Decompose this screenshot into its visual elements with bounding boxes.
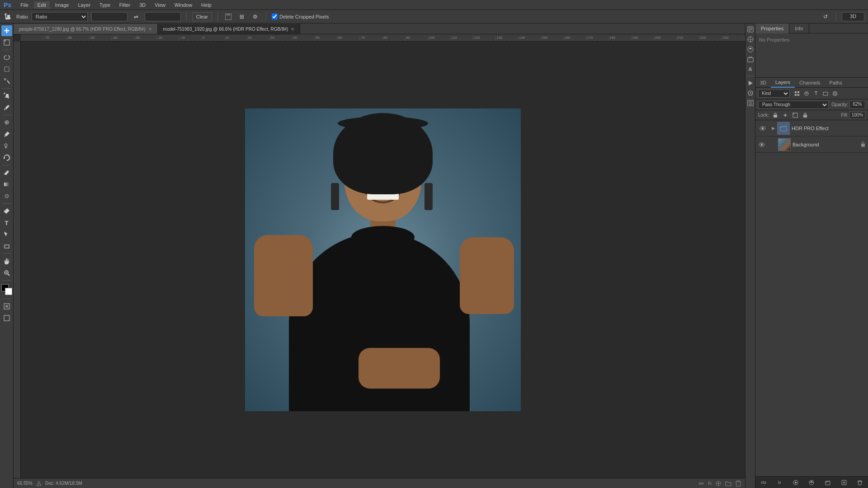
- magic-wand-btn[interactable]: [1, 75, 12, 86]
- info-tab[interactable]: Info: [789, 23, 809, 33]
- right-color-icon[interactable]: [746, 35, 755, 43]
- screen-mode-btn[interactable]: [1, 313, 12, 324]
- eraser-btn[interactable]: [1, 167, 12, 178]
- right-properties-icon[interactable]: [746, 25, 755, 33]
- svg-rect-244: [795, 94, 797, 96]
- svg-text:50: 50: [316, 36, 320, 40]
- no-properties-text: No Properties: [759, 37, 789, 42]
- layer-new-btn[interactable]: [840, 478, 849, 487]
- opacity-value[interactable]: 62%: [849, 101, 865, 109]
- lock-all-icon[interactable]: [802, 112, 809, 119]
- rotate-180-icon[interactable]: ↺: [821, 12, 830, 22]
- menu-type[interactable]: Type: [96, 1, 114, 9]
- layers-filter-row: Kind Name Effect Mode Attribute Color Sm…: [755, 88, 868, 99]
- quick-mask-btn[interactable]: [1, 301, 12, 312]
- right-libraries-icon[interactable]: [746, 55, 755, 63]
- color-swatches[interactable]: [1, 284, 12, 295]
- menu-window[interactable]: Window: [171, 1, 196, 9]
- menu-view[interactable]: View: [151, 1, 169, 9]
- ratio-width-input[interactable]: [91, 12, 127, 21]
- pen-btn[interactable]: [1, 206, 12, 216]
- menu-filter[interactable]: Filter: [116, 1, 134, 9]
- blend-mode-select[interactable]: Pass Through Normal Dissolve Darken Mult…: [758, 101, 829, 109]
- layer-item-background[interactable]: Background: [755, 136, 868, 153]
- lasso-tool-btn[interactable]: [1, 52, 12, 63]
- layers-tab[interactable]: Layers: [771, 78, 795, 88]
- fill-value[interactable]: 100%: [849, 112, 865, 119]
- tab-1[interactable]: model-751983_1920.jpg @ 66.6% (HDR PRO E…: [158, 24, 301, 34]
- filter-pixel-icon[interactable]: [793, 89, 801, 98]
- properties-tab[interactable]: Properties: [755, 23, 789, 33]
- history-brush-btn[interactable]: [1, 152, 12, 163]
- layer-visibility-hdr[interactable]: [759, 125, 766, 132]
- background-color[interactable]: [5, 288, 12, 295]
- filter-adjustment-icon[interactable]: [802, 89, 811, 98]
- path-selection-btn[interactable]: [1, 229, 12, 240]
- right-history-icon[interactable]: [746, 89, 755, 97]
- layer-link-btn[interactable]: [759, 478, 768, 487]
- crop-tool-btn[interactable]: [1, 90, 12, 101]
- layer-mask-btn[interactable]: [791, 478, 800, 487]
- paths-tab[interactable]: Paths: [825, 78, 847, 88]
- left-toolbar: T: [0, 23, 14, 488]
- menu-edit[interactable]: Edit: [34, 1, 50, 9]
- svg-text:80: 80: [383, 36, 387, 40]
- 3d-tab[interactable]: 3D: [755, 78, 771, 88]
- ratio-select[interactable]: Ratio Original Ratio 1:1 (Square) 4:5 (8…: [32, 12, 88, 21]
- tab-0-close[interactable]: ✕: [148, 27, 152, 32]
- status-folder-icon: [725, 480, 731, 487]
- view-options-icon[interactable]: [223, 12, 233, 22]
- layer-delete-btn[interactable]: [855, 478, 864, 487]
- svg-text:180: 180: [609, 36, 616, 40]
- crop-tool-icon: [4, 12, 13, 21]
- ratio-height-input[interactable]: [145, 12, 181, 21]
- layer-adjustment-btn[interactable]: [807, 478, 816, 487]
- lock-pixels-icon[interactable]: [772, 112, 779, 119]
- lock-position-icon[interactable]: [782, 112, 789, 119]
- zoom-btn[interactable]: [1, 267, 12, 278]
- menu-image[interactable]: Image: [52, 1, 73, 9]
- gradient-btn[interactable]: [1, 179, 12, 190]
- artboard-tool-btn[interactable]: [1, 37, 12, 48]
- layer-visibility-bg[interactable]: [758, 141, 765, 148]
- right-actions-icon[interactable]: [746, 99, 755, 107]
- hand-btn[interactable]: [1, 256, 12, 267]
- right-adjustments-icon[interactable]: [746, 45, 755, 53]
- menu-3d[interactable]: 3D: [136, 1, 149, 9]
- layer-fx-btn[interactable]: fx: [775, 478, 784, 487]
- channels-tab[interactable]: Channels: [795, 78, 825, 88]
- swap-dimensions-btn[interactable]: ⇌: [131, 12, 141, 22]
- toolbar-separator-8: [2, 299, 11, 299]
- menu-help[interactable]: Help: [198, 1, 215, 9]
- move-tool-btn[interactable]: [1, 25, 12, 36]
- layer-group-btn[interactable]: [823, 478, 832, 487]
- type-btn[interactable]: T: [1, 217, 12, 228]
- layer-item-hdr[interactable]: ▶ HDR PRO Effect: [755, 120, 868, 136]
- right-glyphs-icon[interactable]: A: [746, 65, 755, 73]
- eyedropper-btn[interactable]: [1, 102, 12, 113]
- menu-file[interactable]: File: [17, 1, 32, 9]
- filter-smartobject-icon[interactable]: [831, 89, 839, 98]
- tab-1-close[interactable]: ✕: [291, 27, 294, 32]
- delete-cropped-checkbox[interactable]: [272, 14, 278, 19]
- filter-type-icon[interactable]: T: [812, 89, 820, 98]
- shape-btn[interactable]: [1, 241, 12, 252]
- kind-select[interactable]: Kind Name Effect Mode Attribute Color Sm…: [758, 89, 790, 98]
- clear-button[interactable]: Clear: [192, 12, 212, 21]
- overlay-icon[interactable]: ⊞: [237, 12, 247, 22]
- clone-stamp-btn[interactable]: [1, 141, 12, 151]
- layer-expand-arrow[interactable]: ▶: [772, 126, 775, 131]
- tab-0[interactable]: people-875617_1280.jpg @ 66.7% (HDR PRO …: [14, 24, 158, 34]
- canvas-viewport[interactable]: [21, 42, 745, 478]
- marquee-tool-btn[interactable]: [1, 64, 12, 75]
- menu-layer[interactable]: Layer: [74, 1, 94, 9]
- filter-shape-icon[interactable]: [821, 89, 830, 98]
- healing-brush-btn[interactable]: [1, 117, 12, 128]
- brush-btn[interactable]: [1, 129, 12, 140]
- right-timeline-icon[interactable]: [746, 79, 755, 87]
- crop-options-icon[interactable]: ⚙: [250, 12, 260, 22]
- right-panel: Properties Info No Properties 3D Layers …: [755, 23, 868, 488]
- lock-artboards-icon[interactable]: [792, 112, 799, 119]
- svg-text:60: 60: [338, 36, 342, 40]
- blur-btn[interactable]: [1, 191, 12, 202]
